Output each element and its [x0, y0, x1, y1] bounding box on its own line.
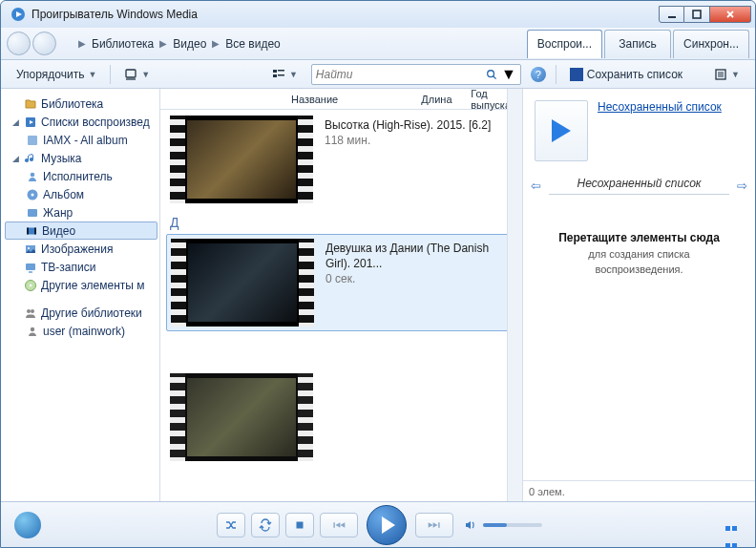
organize-button[interactable]: Упорядочить ▼	[9, 64, 104, 85]
tree-video[interactable]: Видео	[5, 221, 158, 240]
address-bar: ▶ Библиотека ▶ Видео ▶ Все видео Воспрои…	[1, 28, 755, 60]
search-box[interactable]: ▼	[311, 64, 521, 85]
svg-rect-7	[278, 70, 284, 72]
volume-slider[interactable]	[483, 523, 542, 527]
switch-to-nowplaying-button[interactable]	[724, 518, 742, 532]
volume-icon	[464, 518, 477, 532]
collapse-icon[interactable]: ◢	[10, 154, 20, 163]
tree-label: Изображения	[41, 242, 113, 256]
tree-library[interactable]: Библиотека	[5, 95, 158, 113]
video-item[interactable]: Высотка (High-Rise). 2015. [6.2] 118 мин…	[166, 112, 516, 207]
tree-tvrec[interactable]: ТВ-записи	[5, 258, 158, 276]
tab-sync[interactable]: Синхрон...	[673, 30, 749, 58]
tree-playlists[interactable]: ◢ Списки воспроизвед	[5, 113, 158, 131]
prev-list-button[interactable]: ⇦	[531, 179, 541, 193]
media-guide-button[interactable]	[14, 512, 41, 538]
tab-play[interactable]: Воспрои...	[527, 30, 602, 58]
tree-genre[interactable]: Жанр	[5, 203, 158, 221]
nav-forward-button[interactable]	[32, 32, 56, 55]
clear-list-button[interactable]: ▼	[706, 64, 747, 85]
tree-label: Списки воспроизвед	[41, 116, 150, 129]
playlist-footer: 0 элем.	[523, 480, 755, 501]
tree-music[interactable]: ◢ Музыка	[5, 149, 158, 167]
svg-rect-23	[26, 263, 35, 270]
video-item[interactable]	[166, 369, 516, 465]
tree-other-libs[interactable]: Другие библиотеки	[5, 304, 158, 322]
window-controls	[659, 6, 751, 23]
playlist-count: 0 элем.	[529, 486, 565, 497]
player-bar	[1, 501, 755, 547]
tree-album[interactable]: Альбом	[5, 185, 158, 203]
tree-label: Видео	[42, 224, 75, 238]
tab-burn[interactable]: Запись	[604, 30, 671, 58]
search-input[interactable]	[316, 68, 486, 81]
toolbar-divider	[110, 65, 111, 84]
minimize-button[interactable]	[659, 6, 684, 23]
repeat-button[interactable]	[251, 513, 280, 537]
video-thumbnail	[171, 239, 314, 327]
playlist-drop-area[interactable]: Перетащите элементы сюда для создания сп…	[523, 199, 755, 480]
svg-rect-30	[333, 522, 334, 528]
maximize-button[interactable]	[684, 6, 710, 23]
volume-control[interactable]	[464, 518, 542, 532]
search-icon	[486, 68, 497, 81]
breadcrumb-all-video[interactable]: Все видео	[225, 37, 280, 51]
save-list-label: Сохранить список	[587, 68, 682, 81]
svg-point-28	[31, 327, 34, 330]
close-button[interactable]	[710, 6, 751, 23]
svg-point-9	[488, 70, 494, 76]
next-list-button[interactable]: ⇨	[737, 179, 747, 193]
chevron-down-icon: ▼	[501, 66, 516, 83]
stream-icon	[124, 68, 137, 81]
library-icon	[24, 97, 37, 111]
breadcrumb[interactable]: ▶ Библиотека ▶ Видео ▶ Все видео	[68, 32, 521, 55]
playlist-item-icon	[26, 134, 39, 147]
genre-icon	[26, 206, 39, 220]
tree-label: Альбом	[43, 188, 84, 201]
toolbar-divider	[556, 65, 556, 84]
svg-rect-4	[126, 70, 136, 77]
svg-marker-31	[336, 522, 341, 528]
breadcrumb-video[interactable]: Видео	[173, 37, 206, 51]
col-name[interactable]: Название	[284, 94, 413, 105]
col-length[interactable]: Длина	[413, 94, 463, 105]
chevron-right-icon: ▶	[159, 38, 167, 49]
tree-iamx[interactable]: IAMX - All album	[5, 131, 158, 149]
unsaved-list-link[interactable]: Несохраненный список	[598, 100, 722, 114]
save-list-button[interactable]: Сохранить список	[562, 64, 690, 85]
svg-rect-2	[668, 16, 676, 18]
tree-label: Другие элементы м	[41, 279, 145, 292]
help-button[interactable]: ?	[531, 67, 546, 82]
viewmode-button[interactable]: ▼	[264, 64, 305, 85]
playlist-thumb[interactable]	[535, 100, 588, 161]
tree-label: Другие библиотеки	[41, 306, 142, 320]
scrollbar[interactable]	[507, 89, 522, 501]
nav-back-button[interactable]	[7, 32, 31, 55]
breadcrumb-library[interactable]: Библиотека	[92, 37, 154, 51]
tree-label: Жанр	[43, 206, 73, 220]
play-button[interactable]	[367, 505, 407, 545]
column-headers: Название Длина Год выпуска	[160, 89, 522, 110]
tree-artist[interactable]: Исполнитель	[5, 167, 158, 185]
svg-point-25	[30, 284, 32, 286]
stop-icon	[293, 518, 306, 532]
shuffle-button[interactable]	[217, 513, 245, 537]
collapse-icon[interactable]: ◢	[10, 117, 20, 127]
playlist-header: Несохраненный список	[523, 89, 755, 173]
organize-label: Упорядочить	[16, 68, 84, 81]
video-item[interactable]: Девушка из Дании (The Danish Girl). 201.…	[166, 234, 516, 331]
tree-other-media[interactable]: Другие элементы м	[5, 276, 158, 294]
prev-icon	[332, 518, 346, 532]
stop-button[interactable]	[285, 513, 314, 537]
tree-images[interactable]: Изображения	[5, 240, 158, 258]
svg-marker-32	[340, 522, 345, 528]
tree-label: ТВ-записи	[41, 261, 95, 274]
stream-button[interactable]: ▼	[116, 64, 158, 85]
prev-button[interactable]	[320, 513, 358, 537]
tree-label: Музыка	[41, 152, 81, 165]
svg-point-26	[27, 309, 31, 313]
svg-rect-20	[34, 227, 36, 234]
tree-user[interactable]: user (mainwork)	[5, 322, 158, 340]
svg-marker-34	[433, 522, 438, 528]
next-button[interactable]	[415, 513, 453, 537]
